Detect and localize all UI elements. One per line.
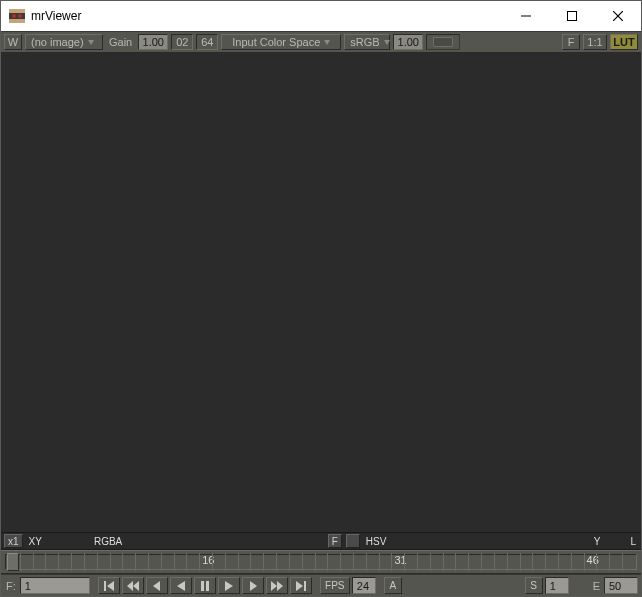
- hsv-readout: HSV: [364, 534, 389, 548]
- end-frame-input[interactable]: 50: [604, 577, 638, 594]
- app-icon: [9, 9, 25, 23]
- svg-point-3: [18, 14, 22, 18]
- svg-marker-19: [277, 581, 283, 591]
- transport-row: F: 1 FPS 24 A: [1, 574, 641, 596]
- chevron-down-icon: [384, 40, 390, 45]
- chevron-down-icon: [88, 40, 94, 45]
- w-button[interactable]: W: [4, 34, 22, 50]
- svg-rect-8: [104, 581, 106, 591]
- image-name-label: (no image): [31, 36, 84, 48]
- f-button[interactable]: F: [562, 34, 580, 50]
- s-button[interactable]: S: [525, 577, 543, 594]
- close-button[interactable]: [595, 1, 641, 31]
- svg-rect-14: [201, 581, 204, 591]
- go-end-button[interactable]: [290, 577, 312, 594]
- svg-rect-21: [304, 581, 306, 591]
- minimize-button[interactable]: [503, 1, 549, 31]
- window-title: mrViewer: [31, 9, 81, 23]
- svg-marker-9: [107, 581, 114, 591]
- play-back-button[interactable]: [170, 577, 192, 594]
- gain-value-input[interactable]: 1.00: [138, 34, 168, 50]
- svg-marker-11: [133, 581, 139, 591]
- fps-label-button[interactable]: FPS: [320, 577, 350, 594]
- f-chip[interactable]: F: [328, 534, 342, 548]
- app-window: mrViewer W (no image) Gain 1.00 02 64 In…: [0, 0, 642, 597]
- svg-marker-12: [153, 581, 160, 591]
- channels-readout: RGBA: [92, 534, 124, 548]
- viewport[interactable]: [1, 53, 641, 532]
- image-selector[interactable]: (no image): [25, 34, 103, 50]
- svg-marker-16: [225, 581, 233, 591]
- srgb-label: sRGB: [350, 36, 379, 48]
- step-back-button[interactable]: [146, 577, 168, 594]
- maximize-button[interactable]: [549, 1, 595, 31]
- start-frame-input[interactable]: 1: [545, 577, 569, 594]
- step-forward-button[interactable]: [242, 577, 264, 594]
- go-start-button[interactable]: [98, 577, 120, 594]
- ics-label: Input Color Space: [232, 36, 320, 48]
- timeline-ticks: 1 16 31 46: [7, 553, 635, 571]
- frame-value-input[interactable]: 1: [20, 577, 90, 594]
- bit-a-button[interactable]: 02: [171, 34, 193, 50]
- step-back-multi-button[interactable]: [122, 577, 144, 594]
- play-button[interactable]: [218, 577, 240, 594]
- bit-b-button[interactable]: 64: [196, 34, 218, 50]
- input-color-space-selector[interactable]: Input Color Space: [221, 34, 341, 50]
- srgb-selector[interactable]: sRGB: [344, 34, 390, 50]
- svg-rect-5: [568, 12, 577, 21]
- svg-marker-17: [250, 581, 257, 591]
- fit-1to1-button[interactable]: 1:1: [583, 34, 607, 50]
- svg-rect-1: [9, 13, 25, 19]
- top-toolbar: W (no image) Gain 1.00 02 64 Input Color…: [1, 31, 641, 53]
- loop-a-button[interactable]: A: [384, 577, 402, 594]
- svg-marker-13: [177, 581, 185, 591]
- pause-button[interactable]: [194, 577, 216, 594]
- blank-chip[interactable]: [346, 534, 360, 548]
- scrub-handle[interactable]: [7, 553, 19, 571]
- gamma-value-input[interactable]: 1.00: [393, 34, 423, 50]
- y-readout: Y: [592, 534, 603, 548]
- end-label: E: [591, 577, 602, 594]
- gain-label: Gain: [106, 34, 135, 50]
- svg-marker-18: [271, 581, 277, 591]
- fps-value-input[interactable]: 24: [352, 577, 376, 594]
- timeline[interactable]: 1 16 31 46: [1, 550, 641, 574]
- l-readout: L: [628, 534, 638, 548]
- svg-point-2: [12, 14, 16, 18]
- step-forward-multi-button[interactable]: [266, 577, 288, 594]
- xy-readout: XY: [27, 534, 44, 548]
- titlebar: mrViewer: [1, 1, 641, 31]
- zoom-chip[interactable]: x1: [4, 534, 23, 548]
- chevron-down-icon: [324, 40, 330, 45]
- thumbwheel[interactable]: [426, 34, 460, 50]
- info-row: x1 XY RGBA F HSV Y L: [1, 532, 641, 550]
- frame-label: F:: [4, 577, 18, 594]
- lut-button[interactable]: LUT: [610, 34, 638, 50]
- svg-marker-20: [296, 581, 303, 591]
- svg-rect-15: [206, 581, 209, 591]
- svg-marker-10: [127, 581, 133, 591]
